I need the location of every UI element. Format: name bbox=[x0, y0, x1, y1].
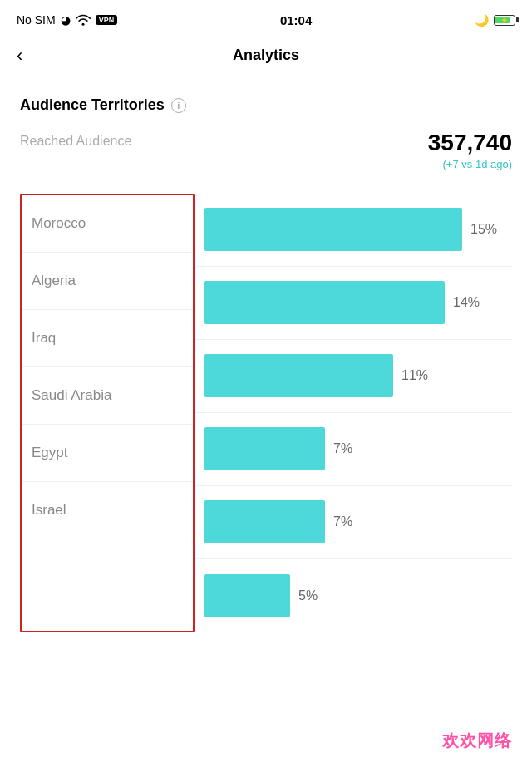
bar-row-2: 11% bbox=[195, 340, 512, 413]
wifi-icon: ◕︎ bbox=[61, 13, 71, 27]
country-name-2: Iraq bbox=[22, 310, 193, 367]
bar-row-0: 15% bbox=[195, 194, 512, 267]
back-button[interactable]: ‹ bbox=[17, 47, 22, 65]
bar-pct-5: 5% bbox=[298, 588, 328, 603]
watermark: 欢欢网络 bbox=[442, 730, 512, 752]
reached-audience-number: 357,740 bbox=[428, 130, 512, 156]
bar-pct-4: 7% bbox=[333, 514, 363, 529]
status-left: No SIM ◕︎ VPN bbox=[17, 13, 117, 27]
status-bar: No SIM ◕︎ VPN 01:04 🌙 ⚡ bbox=[0, 0, 532, 37]
wifi-svg-icon bbox=[76, 14, 91, 26]
bar-row-3: 7% bbox=[195, 413, 512, 486]
reached-audience-change: (+7 vs 1d ago) bbox=[428, 158, 512, 170]
bar-pct-0: 15% bbox=[470, 222, 500, 237]
vpn-badge: VPN bbox=[96, 15, 118, 25]
section-header: Audience Territories i bbox=[20, 96, 512, 114]
bar-fill-4 bbox=[204, 500, 325, 543]
content-area: Audience Territories i Reached Audience … bbox=[0, 76, 532, 632]
country-name-1: Algeria bbox=[22, 253, 193, 310]
reached-audience-row: Reached Audience 357,740 (+7 vs 1d ago) bbox=[20, 130, 512, 170]
nav-bar: ‹ Analytics bbox=[0, 37, 532, 76]
bar-fill-2 bbox=[204, 354, 393, 397]
countries-box: MoroccoAlgeriaIraqSaudi ArabiaEgyptIsrae… bbox=[20, 194, 195, 632]
country-name-3: Saudi Arabia bbox=[22, 367, 193, 425]
bars-section: 15%14%11%7%7%5% bbox=[195, 194, 512, 632]
bar-fill-0 bbox=[204, 208, 462, 251]
bar-row-1: 14% bbox=[195, 267, 512, 340]
page-title: Analytics bbox=[233, 47, 299, 64]
status-right: 🌙 ⚡ bbox=[475, 13, 515, 27]
reached-audience-value-container: 357,740 (+7 vs 1d ago) bbox=[428, 130, 512, 170]
status-time: 01:04 bbox=[280, 13, 312, 27]
bar-pct-1: 14% bbox=[453, 295, 483, 310]
bar-fill-1 bbox=[204, 281, 445, 324]
battery-icon: ⚡ bbox=[494, 15, 515, 26]
reached-audience-label: Reached Audience bbox=[20, 130, 131, 149]
bar-row-5: 5% bbox=[195, 559, 512, 632]
chart-wrapper: MoroccoAlgeriaIraqSaudi ArabiaEgyptIsrae… bbox=[20, 194, 512, 632]
bar-row-4: 7% bbox=[195, 486, 512, 559]
bar-pct-2: 11% bbox=[401, 368, 431, 383]
bar-pct-3: 7% bbox=[333, 441, 363, 456]
country-name-4: Egypt bbox=[22, 425, 193, 482]
section-title: Audience Territories bbox=[20, 96, 165, 114]
info-icon[interactable]: i bbox=[171, 98, 186, 113]
country-name-0: Morocco bbox=[22, 195, 193, 253]
bar-fill-5 bbox=[204, 574, 290, 617]
bar-fill-3 bbox=[204, 427, 325, 470]
country-name-5: Israel bbox=[22, 482, 193, 538]
carrier-text: No SIM bbox=[17, 13, 56, 27]
moon-icon: 🌙 bbox=[475, 13, 489, 27]
